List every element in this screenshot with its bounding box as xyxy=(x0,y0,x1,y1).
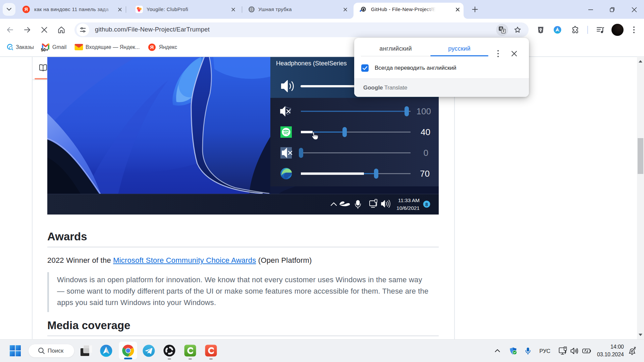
svg-text:0: 0 xyxy=(424,148,428,158)
svg-text:11:33 AM: 11:33 AM xyxy=(398,197,420,203)
svg-text:8: 8 xyxy=(425,202,428,207)
svg-text:Headphones (SteelSeries: Headphones (SteelSeries xyxy=(276,60,347,67)
svg-text:70: 70 xyxy=(420,169,430,179)
svg-text:10/6/2021: 10/6/2021 xyxy=(396,205,420,211)
svg-text:40: 40 xyxy=(421,127,430,137)
svg-text:100: 100 xyxy=(417,106,431,116)
